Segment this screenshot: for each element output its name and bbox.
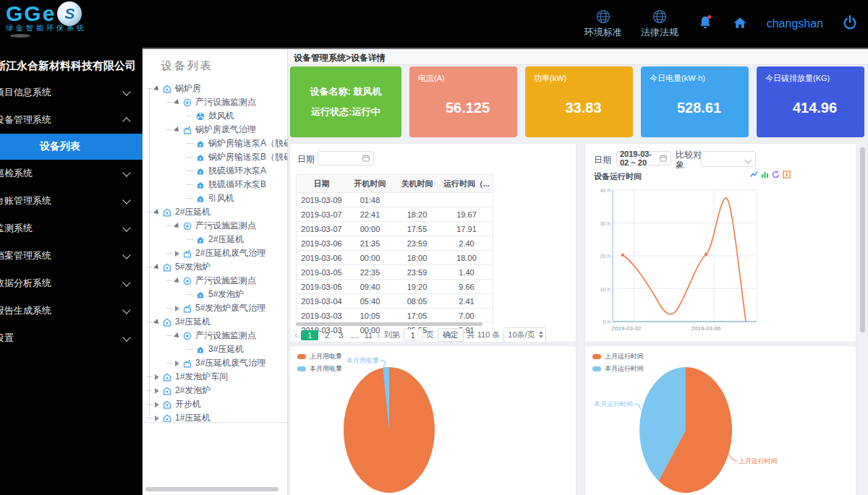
next-page-button[interactable]: ›	[377, 331, 380, 339]
page-size-select[interactable]: 10条/页	[503, 327, 545, 343]
tree-node-label[interactable]: 产污设施监测点	[195, 330, 256, 342]
tree-expand-icon[interactable]	[153, 85, 161, 92]
sidebar-item-device-mgmt[interactable]: 设备管理系统	[0, 106, 142, 134]
tree-node[interactable]: 产污设施监测点	[142, 95, 287, 109]
tree-node-label[interactable]: 1#发泡炉车间	[175, 371, 228, 383]
tree-expand-icon[interactable]	[153, 319, 161, 326]
tree-node[interactable]: 脱硫循环水泵B	[142, 178, 287, 191]
tree-node-label[interactable]: 脱硫循环水泵A	[208, 165, 266, 177]
page-2-button[interactable]: 2	[322, 331, 332, 340]
legend-item-this-month[interactable]: 本月用电量	[297, 364, 342, 374]
tree-node-label[interactable]: 脱硫循环水泵B	[208, 178, 266, 191]
prev-page-button[interactable]: ‹	[294, 331, 297, 339]
data-point-marker[interactable]	[621, 254, 625, 257]
tree-node[interactable]: 2#发泡炉	[142, 384, 287, 397]
legend-item-last-month[interactable]: 上月运行时间	[592, 352, 644, 361]
tree-node[interactable]: 2#压延机	[142, 205, 287, 219]
tree-collapse-icon[interactable]	[155, 388, 159, 394]
tree-expand-icon[interactable]	[174, 223, 181, 230]
table-horizontal-scrollbar[interactable]	[296, 322, 482, 326]
username[interactable]: changshan	[767, 17, 823, 30]
tree-node-label[interactable]: 2#压延机	[208, 233, 244, 246]
page-11-button[interactable]: 11	[363, 331, 373, 340]
tree-node-label[interactable]: 产污设施监测点	[195, 96, 256, 108]
tree-node[interactable]: 5#发泡炉废气治理	[142, 301, 287, 315]
logout-button[interactable]	[842, 14, 858, 33]
tree-node[interactable]: 3#压延机废气治理	[142, 356, 287, 370]
table-row[interactable]: 2019-03-0621:3523:592.40	[297, 236, 493, 251]
tree-node[interactable]: 2#压延机	[142, 233, 287, 246]
tree-collapse-icon[interactable]	[175, 251, 179, 257]
sidebar-item-project-info[interactable]: 项目信息系统	[0, 79, 142, 106]
tree-collapse-icon[interactable]	[155, 416, 159, 421]
tree-node[interactable]: 2#压延机废气治理	[142, 246, 287, 260]
tree-horizontal-scrollbar[interactable]	[145, 487, 278, 491]
main-vertical-scrollbar[interactable]	[860, 147, 865, 332]
tree-node[interactable]: 脱硫循环水泵A	[142, 164, 287, 178]
sidebar-item-archives[interactable]: 档案管理系统	[0, 242, 142, 270]
tree-expand-icon[interactable]	[153, 209, 161, 216]
tree-node-label[interactable]: 2#压延机废气治理	[195, 247, 265, 259]
tree-node-label[interactable]: 5#发泡炉	[175, 261, 210, 273]
tree-node[interactable]: 锅炉房废气治理	[142, 123, 287, 137]
nav-laws-regulations[interactable]: 法律法规	[641, 9, 678, 39]
date-filter-input[interactable]	[318, 151, 374, 165]
tree-node[interactable]: 锅炉房输送泵B（脱硝）	[142, 150, 287, 164]
nav-env-standards[interactable]: 环境标准	[584, 9, 622, 39]
tree-node[interactable]: 产污设施监测点	[142, 219, 287, 233]
tree-node-label[interactable]: 锅炉房输送泵A（脱硝）	[208, 137, 301, 150]
tree-node-label[interactable]: 鼓风机	[208, 110, 234, 122]
toolbox-save-image-icon[interactable]	[783, 171, 791, 178]
tree-node-label[interactable]: 锅炉房输送泵B（脱硝）	[208, 151, 301, 163]
sidebar-item-report-gen[interactable]: 报告生成系统	[0, 297, 142, 324]
tree-node-label[interactable]: 产污设施监测点	[195, 275, 256, 287]
data-point-marker[interactable]	[705, 253, 708, 257]
table-row[interactable]: 2019-03-0310:0517:057.00	[297, 309, 493, 323]
tree-node-label[interactable]: 2#压延机	[175, 206, 210, 218]
legend-item-this-month[interactable]: 本月运行时间	[592, 364, 644, 374]
col-header-start[interactable]: 开机时间	[346, 175, 393, 193]
tree-collapse-icon[interactable]	[155, 374, 159, 380]
table-row[interactable]: 2019-03-0700:0017:5517.91	[297, 222, 493, 236]
tree-node[interactable]: 1#压延机	[142, 411, 287, 425]
tree-node-label[interactable]: 锅炉房	[175, 82, 201, 95]
table-row[interactable]: 2019-03-0901:48	[297, 193, 493, 207]
table-row[interactable]: 2019-03-0522:3523:591.40	[297, 265, 493, 280]
sidebar-item-ledger[interactable]: 台账管理系统	[0, 187, 142, 215]
tree-expand-icon[interactable]	[174, 126, 181, 134]
col-header-stop[interactable]: 关机时间	[393, 175, 441, 193]
col-header-date[interactable]: 日期	[297, 175, 347, 193]
tree-node[interactable]: 1#发泡炉车间	[142, 370, 287, 384]
tree-node-label[interactable]: 开步机	[175, 398, 201, 410]
page-1-button[interactable]: 1	[301, 330, 318, 340]
sidebar-item-device-list-active[interactable]: 设备列表	[0, 134, 142, 160]
tree-node[interactable]: 开步机	[142, 397, 287, 411]
tree-node-label[interactable]: 5#发泡炉	[208, 288, 244, 301]
home-button[interactable]	[732, 14, 748, 33]
tree-node[interactable]: 产污设施监测点	[142, 329, 287, 343]
tree-node[interactable]: 锅炉房输送泵A（脱硝）	[142, 137, 287, 150]
sidebar-item-inspection[interactable]: 巡检系统	[0, 160, 142, 187]
toolbox-refresh-icon[interactable]	[772, 171, 780, 178]
tree-collapse-icon[interactable]	[175, 361, 179, 366]
table-row[interactable]: 2019-03-0722:4118:2019.67	[297, 207, 493, 222]
sidebar-item-monitoring[interactable]: 监测系统	[0, 215, 142, 242]
tree-node[interactable]: 产污设施监测点	[142, 274, 287, 288]
sidebar-item-data-analysis[interactable]: 数据分析系统	[0, 270, 142, 297]
tree-node[interactable]: 引风机	[142, 191, 287, 205]
table-row[interactable]: 2019-03-0509:4019:209.66	[297, 280, 493, 294]
date-range-input[interactable]: 2019-03-02 ~ 20	[616, 151, 671, 165]
toolbox-bar-chart-icon[interactable]	[761, 171, 769, 178]
tree-node-label[interactable]: 5#发泡炉废气治理	[195, 302, 265, 314]
tree-node[interactable]: 3#压延机	[142, 315, 287, 329]
tree-node-label[interactable]: 3#压延机	[208, 343, 244, 356]
tree-node-label[interactable]: 3#压延机	[175, 316, 210, 328]
tree-expand-icon[interactable]	[174, 332, 181, 340]
tree-collapse-icon[interactable]	[155, 402, 159, 408]
tree-expand-icon[interactable]	[153, 264, 161, 271]
col-header-runtime[interactable]: 运行时间（...	[441, 175, 493, 193]
tree-node-label[interactable]: 产污设施监测点	[195, 220, 256, 232]
toolbox-line-chart-icon[interactable]	[750, 171, 758, 178]
tree-node-label[interactable]: 2#发泡炉	[175, 384, 210, 397]
compare-target-select[interactable]	[701, 151, 756, 167]
